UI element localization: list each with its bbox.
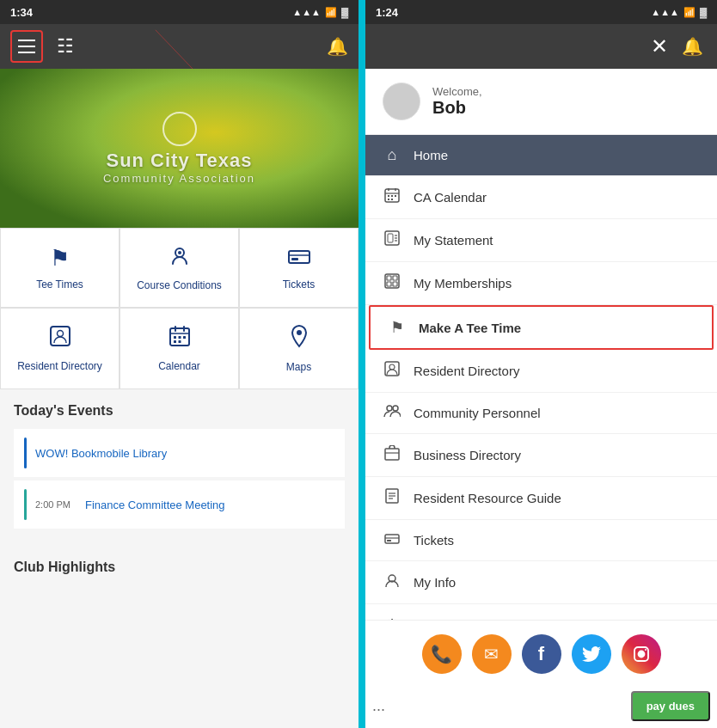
my-statement-icon bbox=[383, 230, 401, 250]
course-conditions-label: Course Conditions bbox=[137, 279, 222, 291]
svg-point-39 bbox=[389, 364, 395, 370]
menu-item-my-statement[interactable]: My Statement bbox=[365, 219, 717, 262]
tee-times-label: Tee Times bbox=[36, 278, 83, 291]
tickets-icon bbox=[288, 245, 310, 272]
status-icons-left: ▲▲▲ 📶 ▓ bbox=[292, 7, 348, 18]
svg-rect-48 bbox=[385, 535, 399, 543]
event-item-2[interactable]: 2:00 PM Finance Committee Meeting bbox=[14, 480, 345, 529]
resident-resource-icon bbox=[383, 488, 401, 508]
event-item-1[interactable]: WOW! Bookmobile Library bbox=[14, 429, 345, 477]
menu-label-make-tee-time: Make A Tee Time bbox=[419, 321, 521, 335]
grid-item-course-conditions[interactable]: Course Conditions bbox=[120, 228, 239, 308]
facebook-button[interactable]: f bbox=[522, 634, 561, 674]
menu-item-tickets[interactable]: Tickets bbox=[365, 520, 717, 561]
course-conditions-icon bbox=[169, 244, 191, 272]
svg-rect-17 bbox=[178, 340, 181, 343]
menu-item-make-a-tee-time[interactable]: ⚑ Make A Tee Time bbox=[369, 305, 714, 350]
grid-item-maps[interactable]: Maps bbox=[239, 308, 358, 389]
resident-dir-icon bbox=[383, 361, 401, 381]
svg-point-54 bbox=[645, 649, 647, 651]
social-bar: 📞 ✉ f bbox=[365, 620, 717, 688]
pay-dues-button[interactable]: pay dues bbox=[631, 691, 710, 721]
bell-icon-right[interactable]: 🔔 bbox=[682, 36, 703, 57]
grid-item-resident-directory[interactable]: Resident Directory bbox=[0, 308, 120, 389]
today-events-section: Today's Events WOW! Bookmobile Library 2… bbox=[0, 389, 358, 539]
bell-icon[interactable]: 🔔 bbox=[327, 36, 348, 57]
menu-label-tickets: Tickets bbox=[414, 533, 454, 548]
menu-item-business-directory[interactable]: Business Directory bbox=[365, 434, 717, 477]
menu-header: Welcome, Bob bbox=[365, 69, 717, 135]
svg-rect-26 bbox=[388, 199, 389, 200]
make-tee-time-icon: ⚑ bbox=[388, 318, 407, 337]
svg-rect-29 bbox=[388, 234, 393, 242]
event-indicator-2 bbox=[24, 489, 27, 520]
club-highlights-title: Club Highlights bbox=[14, 560, 115, 574]
brand-name: Sun City Texas bbox=[103, 150, 255, 172]
status-bar-right: 1:24 ▲▲▲ 📶 ▓ bbox=[365, 0, 717, 24]
menu-item-my-memberships[interactable]: My Memberships bbox=[365, 262, 717, 305]
menu-item-ca-calendar[interactable]: CA Calendar bbox=[365, 176, 717, 219]
welcome-text: Welcome, bbox=[432, 85, 482, 98]
svg-rect-13 bbox=[174, 336, 176, 339]
svg-rect-35 bbox=[393, 276, 397, 280]
menu-item-my-info[interactable]: My Info bbox=[365, 561, 717, 604]
instagram-button[interactable] bbox=[622, 634, 661, 674]
svg-line-1 bbox=[156, 30, 205, 69]
menu-item-settings[interactable]: ⚙ Settings bbox=[365, 604, 717, 620]
svg-rect-36 bbox=[387, 282, 391, 286]
barcode-icon[interactable]: ☷ bbox=[57, 35, 74, 58]
signal-icon-right: ▲▲▲ bbox=[651, 7, 679, 18]
svg-point-3 bbox=[178, 251, 181, 254]
menu-item-resident-resource-guide[interactable]: Resident Resource Guide bbox=[365, 477, 717, 520]
email-button[interactable]: ✉ bbox=[472, 634, 512, 674]
user-avatar bbox=[383, 83, 420, 120]
menu-item-resident-directory[interactable]: Resident Directory bbox=[365, 350, 717, 393]
hamburger-button[interactable] bbox=[10, 30, 43, 63]
my-info-icon bbox=[383, 572, 401, 592]
tickets-menu-icon bbox=[383, 531, 401, 549]
menu-item-home[interactable]: ⌂ Home bbox=[365, 135, 717, 176]
menu-label-resident-directory: Resident Directory bbox=[414, 364, 519, 378]
calendar-icon bbox=[169, 325, 191, 353]
svg-point-8 bbox=[57, 331, 63, 337]
grid-item-calendar[interactable]: Calendar bbox=[120, 308, 239, 389]
today-events-title: Today's Events bbox=[14, 403, 345, 419]
maps-icon bbox=[290, 324, 309, 354]
menu-item-community-personnel[interactable]: Community Personnel bbox=[365, 393, 717, 434]
settings-icon: ⚙ bbox=[383, 615, 401, 620]
svg-rect-34 bbox=[387, 276, 391, 280]
more-options[interactable]: ... bbox=[372, 697, 385, 715]
svg-rect-50 bbox=[387, 540, 391, 541]
svg-point-40 bbox=[387, 406, 392, 411]
logo-circle bbox=[162, 112, 197, 146]
user-info: Welcome, Bob bbox=[432, 85, 482, 118]
svg-rect-4 bbox=[289, 251, 309, 263]
grid-item-tickets[interactable]: Tickets bbox=[239, 228, 358, 308]
menu-label-ca-calendar: CA Calendar bbox=[414, 190, 487, 205]
menu-label-resident-resource-guide: Resident Resource Guide bbox=[414, 491, 561, 505]
event-name-1: WOW! Bookmobile Library bbox=[35, 447, 167, 460]
ca-calendar-icon bbox=[383, 187, 401, 207]
svg-rect-23 bbox=[388, 195, 389, 197]
left-panel: 1:34 ▲▲▲ 📶 ▓ ☷ 🔔 Sun C bbox=[0, 0, 358, 728]
tee-times-icon: ⚑ bbox=[50, 245, 70, 272]
wifi-icon: 📶 bbox=[325, 7, 337, 18]
close-button[interactable]: ✕ bbox=[651, 34, 668, 58]
tickets-label: Tickets bbox=[283, 278, 316, 291]
brand-subtitle: Community Association bbox=[103, 172, 255, 185]
status-bar-left: 1:34 ▲▲▲ 📶 ▓ bbox=[0, 0, 358, 24]
menu-label-my-memberships: My Memberships bbox=[414, 276, 512, 291]
club-highlights-section: Club Highlights bbox=[0, 546, 358, 589]
hamburger-line-3 bbox=[18, 52, 35, 53]
twitter-button[interactable] bbox=[572, 634, 611, 674]
grid-item-tee-times[interactable]: ⚑ Tee Times bbox=[0, 228, 120, 308]
pay-dues-footer: ... pay dues bbox=[365, 688, 717, 728]
phone-button[interactable]: 📞 bbox=[422, 634, 462, 674]
svg-point-18 bbox=[297, 330, 302, 335]
time-left: 1:34 bbox=[10, 6, 292, 19]
menu-label-business-directory: Business Directory bbox=[414, 448, 521, 462]
svg-rect-24 bbox=[391, 195, 393, 197]
resident-directory-label: Resident Directory bbox=[17, 360, 102, 372]
home-icon: ⌂ bbox=[383, 146, 401, 164]
svg-rect-15 bbox=[183, 336, 186, 339]
